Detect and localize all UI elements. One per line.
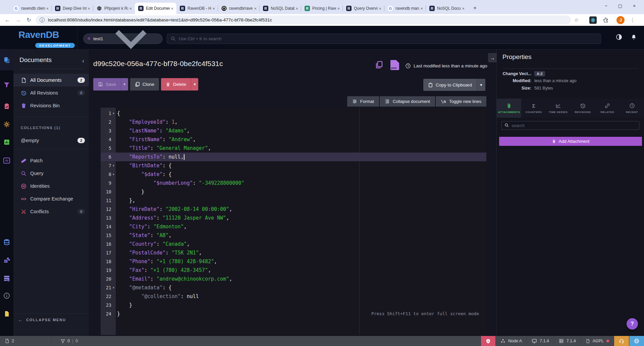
rail-stats-icon[interactable] [0,133,13,151]
tab-close-icon[interactable]: × [45,6,50,11]
line-number[interactable]: 3 [101,126,116,135]
node-segment[interactable]: Node A [495,336,527,346]
tab-close-icon[interactable]: × [128,6,133,11]
tab-close-icon[interactable]: × [253,6,258,11]
editor-line-19[interactable]: 19 "Fax": "+1 (780) 428-3457", [101,266,486,275]
line-number[interactable]: 16 [101,240,116,248]
tab-close-icon[interactable]: × [211,6,216,11]
collapse-document-button[interactable]: Collapse document [380,96,435,107]
fold-arrow-icon[interactable]: ▼ [111,286,116,289]
window-maximize-button[interactable]: ▢ [613,3,627,8]
line-number[interactable]: 10 [101,187,116,196]
tab-revisions[interactable]: REVISIONS [571,99,595,118]
editor-line-16[interactable]: 16 "Country": "Canada", [101,240,486,248]
theme-contrast-icon[interactable] [616,34,622,40]
help-button[interactable]: ? [627,318,638,330]
line-number[interactable]: 6 [101,153,116,161]
browser-tab[interactable]: RDeep Dive Into× [52,3,93,14]
sidebar-item-compare-exchange[interactable]: Compare Exchange [13,192,89,205]
editor-line-10[interactable]: 10 } [101,187,486,196]
browser-tab[interactable]: Gravendb manag× [384,3,426,14]
window-close-button[interactable]: × [627,3,641,8]
sidebar-item-patch[interactable]: Patch [13,154,89,167]
copy-to-clipboard-button[interactable]: Copy to Clipboard [423,79,477,91]
line-number[interactable]: 24 [101,309,116,318]
line-number[interactable]: 18 [101,257,116,266]
line-number[interactable]: 19 [101,266,116,275]
tab-close-icon[interactable]: × [461,6,466,11]
editor-line-4[interactable]: 4 "FirstName": "Andrew", [101,135,486,144]
line-number[interactable]: 11 [101,196,116,205]
clone-button[interactable]: Clone [130,78,159,91]
editor-line-11[interactable]: 11 }, [101,196,486,205]
editor-line-8[interactable]: 8▼ "$date": { [101,170,486,179]
rail-databases-icon[interactable] [0,233,13,251]
line-number[interactable]: 13 [101,214,116,222]
tab-counters[interactable]: ΣCOUNTERS [521,99,546,118]
rail-indexes-icon[interactable] [0,76,13,94]
tab-recent[interactable]: RECENT [620,99,644,118]
browser-tab[interactable]: Gravendb client× [10,3,52,14]
license-segment[interactable]: AGPL [581,336,614,346]
sidebar-item-conflicts[interactable]: Conflicts0 [13,205,89,218]
reload-button[interactable]: ↻ [23,17,34,23]
line-number[interactable]: 5 [101,144,116,153]
sidebar-item--empty[interactable]: @empty2 [13,134,89,147]
extensions-icon[interactable] [603,17,608,23]
editor-line-21[interactable]: 21▼ "@metadata": { [101,283,486,292]
add-attachment-button[interactable]: Add Attachment [499,137,642,146]
editor-line-9[interactable]: 9 "$numberLong": "-349228800000" [101,179,486,187]
fold-arrow-icon[interactable]: ▼ [111,112,116,115]
editor-line-2[interactable]: 2 "EmployeeId": 1, [101,118,486,126]
toggle-new-lines-button[interactable]: \nToggle new lines [436,96,486,107]
line-number[interactable]: 20 [101,275,116,283]
browser-tab[interactable]: RNoSQL Docum× [426,3,468,14]
panel-collapse-button[interactable]: → [488,53,497,62]
collapse-menu-button[interactable]: ← COLLAPSE MENU [13,313,89,326]
global-search-input[interactable] [179,36,597,41]
ravendb-logo[interactable]: RavenDB [18,30,59,40]
browser-tab[interactable]: RQuery Overvie× [343,3,384,14]
rail-ai-hub-icon[interactable]: AI [0,152,13,169]
browser-tab[interactable]: RNoSQL Databa× [260,3,301,14]
tab-close-icon[interactable]: × [170,6,174,11]
sidebar-item-query[interactable]: Query [13,167,89,180]
line-number[interactable]: 1▼ [101,109,116,118]
global-search[interactable] [167,34,601,44]
rail-tasks-icon[interactable] [0,98,13,115]
rail-settings-icon[interactable] [0,116,13,133]
editor-line-18[interactable]: 18 "Phone": "+1 (780) 428-9482", [101,257,486,266]
editor-line-12[interactable]: 12 "HireDate": "2002-08-14 00:00:00", [101,205,486,214]
attachments-search[interactable] [501,121,639,130]
connected-users-segment[interactable] [629,336,644,346]
rail-ongoing-tasks-icon[interactable] [0,251,13,269]
editor-line-15[interactable]: 15 "State": "AB", [101,231,486,240]
line-number[interactable]: 9 [101,179,116,187]
editor-line-6[interactable]: 6 "ReportsTo": null, [101,153,486,161]
change-vector-badge[interactable]: A:2 [534,71,545,76]
line-number[interactable]: 12 [101,205,116,214]
json-editor[interactable]: 1▼{2 "EmployeeId": 1,3 "LastName": "Adam… [101,108,486,335]
editor-line-1[interactable]: 1▼{ [101,109,486,118]
editor-line-13[interactable]: 13 "Address": "11120 Jasper Ave NW", [101,214,486,222]
tab-related[interactable]: RELATED [595,99,620,118]
sidebar-item-all-documents[interactable]: All Documents2 [13,74,89,86]
line-number[interactable]: 7▼ [101,161,116,170]
sidebar-item-all-revisions[interactable]: All Revisions0 [13,86,89,99]
browser-tab[interactable]: RRavenDB - Hig× [176,3,218,14]
rail-manage-server-icon[interactable] [0,270,13,287]
fold-arrow-icon[interactable]: ▼ [111,173,116,176]
tab-close-icon[interactable]: × [336,6,341,11]
site-info-icon[interactable]: i [40,17,45,22]
line-number[interactable]: 22 [101,292,116,301]
new-tab-button[interactable]: + [470,3,480,13]
editor-line-5[interactable]: 5 "Title": "General Manager", [101,144,486,153]
sidebar-collapse-chevron[interactable]: ‹ [82,58,84,64]
notifications-bell-icon[interactable] [631,34,637,40]
line-number[interactable]: 14 [101,222,116,231]
copy-document-id-icon[interactable] [375,61,383,69]
attachments-search-input[interactable] [512,123,636,128]
profile-avatar[interactable]: J [616,16,625,24]
react-devtools-extension-icon[interactable] [589,16,597,24]
rail-docs-link-icon[interactable] [0,305,13,323]
